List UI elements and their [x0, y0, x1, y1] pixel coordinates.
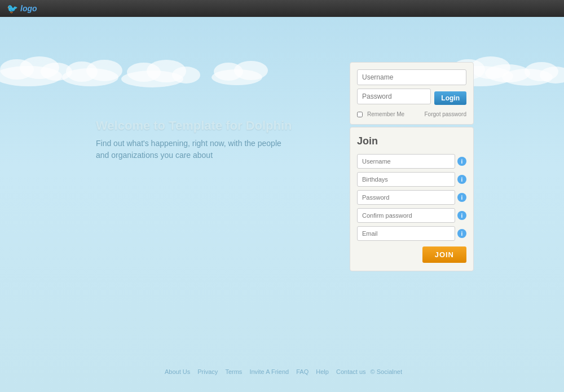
- email-info-icon[interactable]: i: [457, 229, 466, 238]
- footer-faq-link[interactable]: FAQ: [296, 368, 309, 375]
- svg-point-10: [172, 67, 200, 83]
- join-confirm-password-input[interactable]: [357, 208, 455, 223]
- join-confirm-password-row: i: [357, 208, 466, 223]
- join-title: Join: [357, 135, 466, 147]
- footer-contact-link[interactable]: Contact us: [336, 368, 366, 375]
- join-email-row: i: [357, 226, 466, 241]
- footer-help-link[interactable]: Help: [316, 368, 329, 375]
- login-box: Login Remember Me Forgot password: [350, 62, 474, 125]
- svg-point-6: [86, 60, 122, 81]
- join-birthday-input[interactable]: [357, 172, 455, 187]
- password-info-icon[interactable]: i: [457, 193, 466, 202]
- join-password-row: i: [357, 190, 466, 205]
- login-options: Remember Me Forgot password: [357, 111, 466, 117]
- footer: About Us Privacy Terms Invite A Friend F…: [0, 368, 564, 375]
- sky-background: Welcome to Template for Dolphin Find out…: [0, 17, 564, 392]
- remember-me-checkbox[interactable]: [357, 112, 363, 117]
- footer-privacy-link[interactable]: Privacy: [197, 368, 218, 375]
- login-button[interactable]: Login: [434, 91, 466, 105]
- join-email-input[interactable]: [357, 226, 455, 241]
- login-password-row: Login: [357, 89, 466, 108]
- join-birthday-row: i: [357, 172, 466, 187]
- confirm-password-info-icon[interactable]: i: [457, 211, 466, 220]
- logo-area: 🐦 logo: [7, 3, 37, 14]
- footer-invite-link[interactable]: Invite A Friend: [249, 368, 289, 375]
- join-password-input[interactable]: [357, 190, 455, 205]
- welcome-section: Welcome to Template for Dolphin Find out…: [96, 118, 310, 161]
- twitter-bird-icon: 🐦: [7, 3, 18, 14]
- logo-text: logo: [20, 4, 37, 13]
- login-username-input[interactable]: [357, 69, 466, 85]
- navbar: 🐦 logo: [0, 0, 564, 17]
- join-footer: JOIN: [357, 246, 466, 263]
- clouds-decoration: [0, 37, 564, 87]
- join-button[interactable]: JOIN: [422, 246, 466, 263]
- welcome-title: Welcome to Template for Dolphin: [96, 118, 310, 133]
- footer-about-link[interactable]: About Us: [165, 368, 190, 375]
- svg-point-13: [234, 61, 268, 80]
- welcome-subtitle: Find out what's happening, right now, wi…: [96, 138, 310, 161]
- forgot-password-link[interactable]: Forgot password: [425, 111, 466, 117]
- username-info-icon[interactable]: i: [457, 157, 466, 166]
- footer-terms-link[interactable]: Terms: [225, 368, 242, 375]
- birthday-info-icon[interactable]: i: [457, 175, 466, 184]
- login-password-input[interactable]: [357, 89, 431, 104]
- main-panel: Login Remember Me Forgot password Join i…: [350, 62, 474, 271]
- join-username-row: i: [357, 154, 466, 169]
- join-box: Join i i i i i JOIN: [350, 127, 474, 271]
- footer-copyright: © Socialnet: [371, 368, 402, 375]
- remember-me-label: Remember Me: [367, 111, 404, 117]
- join-username-input[interactable]: [357, 154, 455, 169]
